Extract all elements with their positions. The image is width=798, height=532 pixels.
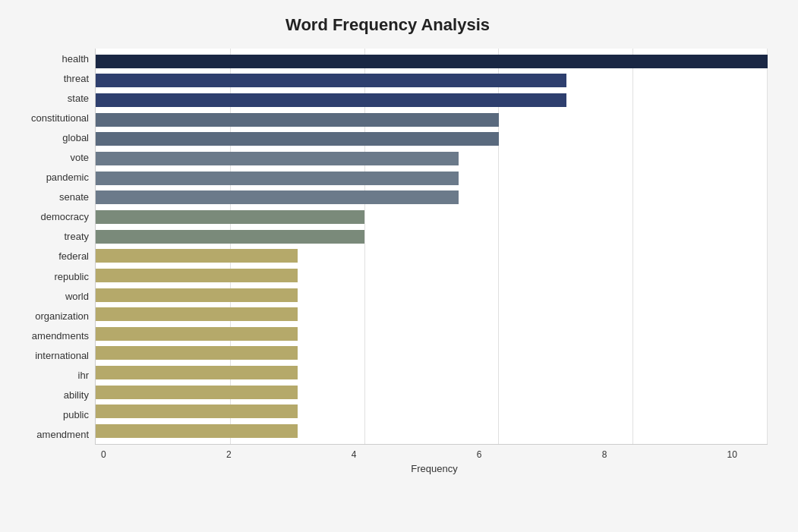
bar-row-federal — [96, 247, 768, 264]
y-label-federal: federal — [58, 251, 89, 261]
x-ticks-row: 0246810 — [101, 445, 737, 460]
y-label-amendments: amendments — [32, 331, 89, 341]
bar-row-ability — [96, 384, 768, 401]
chart-area: healththreatstateconstitutionalglobalvot… — [8, 49, 768, 445]
bar-ability — [96, 386, 298, 399]
bars-container — [96, 49, 768, 444]
y-label-senate: senate — [59, 192, 89, 202]
bar-row-amendment — [96, 423, 768, 439]
y-labels: healththreatstateconstitutionalglobalvot… — [8, 49, 95, 445]
bar-row-public — [96, 403, 768, 420]
y-label-world: world — [65, 291, 89, 301]
x-tick-2: 4 — [352, 449, 357, 460]
bar-organization — [96, 307, 298, 321]
y-label-international: international — [35, 351, 89, 360]
bar-row-senate — [96, 189, 768, 206]
x-tick-4: 8 — [602, 449, 607, 460]
y-label-ability: ability — [64, 390, 89, 400]
bar-row-vote — [96, 150, 768, 167]
bar-republic — [96, 269, 298, 282]
bar-democracy — [96, 210, 364, 224]
bar-federal — [96, 249, 298, 263]
y-label-republic: republic — [54, 272, 89, 282]
bar-global — [96, 132, 499, 146]
x-axis-label: Frequency — [101, 463, 768, 474]
bar-row-organization — [96, 306, 768, 323]
bar-vote — [96, 152, 459, 165]
x-tick-3: 6 — [477, 449, 482, 460]
bar-public — [96, 405, 298, 418]
chart-container: Word Frequency Analysis healththreatstat… — [0, 0, 798, 532]
bar-row-treaty — [96, 228, 768, 245]
bar-international — [96, 346, 298, 360]
bar-row-pandemic — [96, 170, 768, 187]
bar-row-international — [96, 345, 768, 361]
bar-ihr — [96, 366, 298, 379]
bar-row-amendments — [96, 326, 768, 342]
bar-health — [96, 55, 768, 68]
y-label-public: public — [63, 410, 89, 420]
y-label-organization: organization — [35, 311, 89, 321]
bar-threat — [96, 74, 566, 87]
x-tick-5: 10 — [727, 449, 737, 460]
y-label-amendment: amendment — [36, 430, 89, 439]
bar-row-ihr — [96, 364, 768, 381]
y-label-democracy: democracy — [40, 212, 89, 222]
y-label-global: global — [62, 133, 89, 143]
bar-row-constitutional — [96, 112, 768, 128]
bar-senate — [96, 190, 459, 204]
y-label-threat: threat — [64, 74, 89, 83]
x-tick-1: 2 — [226, 449, 232, 460]
y-label-health: health — [62, 54, 89, 64]
y-label-state: state — [68, 93, 89, 103]
bar-treaty — [96, 230, 364, 244]
bar-row-democracy — [96, 209, 768, 225]
bar-row-world — [96, 287, 768, 304]
y-label-ihr: ihr — [78, 370, 89, 380]
bar-row-state — [96, 92, 768, 109]
x-tick-0: 0 — [101, 449, 106, 460]
bar-constitutional — [96, 113, 499, 127]
bar-row-republic — [96, 267, 768, 284]
bar-row-threat — [96, 72, 768, 89]
bar-pandemic — [96, 172, 459, 185]
y-label-treaty: treaty — [64, 231, 89, 241]
chart-title: Word Frequency Analysis — [8, 15, 768, 35]
y-label-pandemic: pandemic — [46, 172, 89, 182]
bar-row-global — [96, 131, 768, 147]
bar-state — [96, 93, 566, 107]
bar-amendments — [96, 327, 298, 341]
bar-row-health — [96, 53, 768, 70]
bar-world — [96, 288, 298, 302]
y-label-constitutional: constitutional — [31, 113, 89, 123]
y-label-vote: vote — [70, 153, 89, 162]
bar-amendment — [96, 424, 298, 438]
